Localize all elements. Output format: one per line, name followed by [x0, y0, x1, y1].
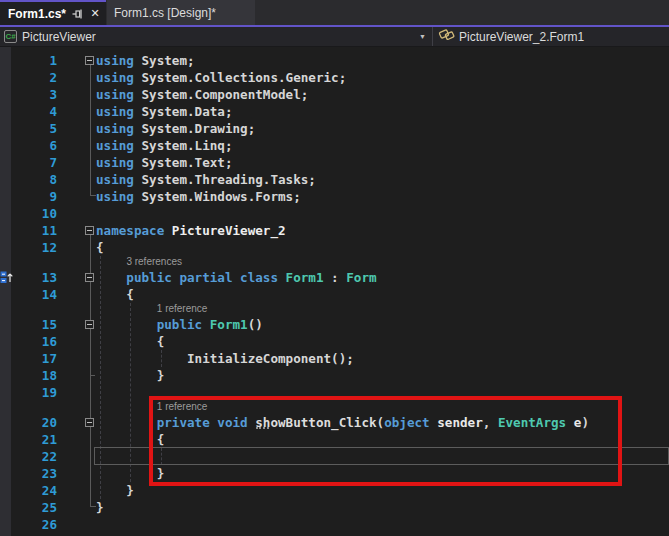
glyph-cell [0, 465, 11, 482]
close-icon[interactable]: ✕ [88, 7, 102, 21]
glyph-cell [0, 316, 11, 333]
code-text[interactable]: InitializeComponent(); [96, 350, 669, 367]
member-dropdown[interactable]: PictureViewer_2.Form1 [433, 27, 584, 46]
code-line[interactable]: 26 [0, 516, 669, 533]
fold-margin-cell [57, 448, 96, 465]
project-dropdown[interactable]: C# PictureViewer ▼ [0, 27, 432, 46]
code-text[interactable]: public partial class Form1 : Form [96, 269, 669, 286]
code-line[interactable]: 8using System.Threading.Tasks; [0, 171, 669, 188]
line-number: 20 [11, 414, 57, 431]
vs-editor-window: Form1.cs* ✕ Form1.cs [Design]* C# Pictur… [0, 0, 669, 536]
code-text[interactable]: using System.Data; [96, 103, 669, 120]
glyph-cell [0, 239, 11, 256]
code-line[interactable]: 5using System.Drawing; [0, 120, 669, 137]
fold-margin-cell [57, 239, 96, 256]
line-number: 21 [11, 431, 57, 448]
code-line[interactable]: 15 public Form1() [0, 316, 669, 333]
chevron-down-icon[interactable]: ▼ [419, 33, 426, 40]
fold-margin-cell [57, 465, 96, 482]
fold-margin-cell [57, 482, 96, 499]
line-number: 17 [11, 350, 57, 367]
fold-margin-cell [57, 350, 96, 367]
code-line[interactable]: 13 public partial class Form1 : Form [0, 269, 669, 286]
line-number: 19 [11, 384, 57, 401]
fold-margin-cell [57, 171, 96, 188]
glyph-cell [0, 171, 11, 188]
code-line[interactable]: 9using System.Windows.Forms; [0, 188, 669, 205]
code-line[interactable]: 4using System.Data; [0, 103, 669, 120]
glyph-cell [0, 333, 11, 350]
navigation-bar: C# PictureViewer ▼ PictureViewer_2.Form1 [0, 27, 669, 47]
code-text[interactable]: using System.Threading.Tasks; [96, 171, 669, 188]
glyph-cell [0, 286, 11, 303]
code-line[interactable]: 16 { [0, 333, 669, 350]
fold-margin-cell [57, 333, 96, 350]
code-text[interactable]: namespace PictureViewer_2 [96, 222, 669, 239]
glyph-cell [0, 52, 11, 69]
fold-margin-cell [57, 120, 96, 137]
code-text[interactable]: } [96, 499, 669, 516]
code-text[interactable]: using System.Collections.Generic; [96, 69, 669, 86]
glyph-cell [0, 103, 11, 120]
fold-margin-cell [57, 52, 96, 69]
line-number: 14 [11, 286, 57, 303]
code-text[interactable]: { [96, 333, 669, 350]
code-text[interactable]: using System; [96, 52, 669, 69]
member-name: PictureViewer_2.Form1 [459, 30, 584, 44]
code-line[interactable]: 25} [0, 499, 669, 516]
line-number: 18 [11, 367, 57, 384]
code-line[interactable]: 12{ [0, 239, 669, 256]
glyph-cell [0, 431, 11, 448]
tab-label: Form1.cs [Design]* [114, 6, 216, 20]
fold-margin-cell [57, 188, 96, 205]
code-text[interactable]: { [96, 239, 669, 256]
code-line[interactable]: 18 } [0, 367, 669, 384]
code-text[interactable]: using System.Drawing; [96, 120, 669, 137]
code-line[interactable]: 2using System.Collections.Generic; [0, 69, 669, 86]
code-text[interactable]: using System.Windows.Forms; [96, 188, 669, 205]
fold-toggle[interactable] [85, 273, 94, 282]
code-line[interactable]: 10 [0, 205, 669, 222]
code-line[interactable]: 17 InitializeComponent(); [0, 350, 669, 367]
fold-margin-cell [57, 222, 96, 239]
glyph-cell [0, 414, 11, 431]
fold-margin-cell [57, 154, 96, 171]
code-line[interactable]: 14 { [0, 286, 669, 303]
line-number: 22 [11, 448, 57, 465]
tab-form1-cs[interactable]: Form1.cs* ✕ [0, 0, 106, 25]
fold-toggle[interactable] [85, 418, 94, 427]
fold-margin-cell [57, 103, 96, 120]
fold-toggle[interactable] [85, 320, 94, 329]
codelens-references[interactable]: 1 reference [0, 303, 669, 316]
fold-margin-cell [57, 137, 96, 154]
codelens-references[interactable]: 3 references [0, 256, 669, 269]
code-line[interactable]: 11namespace PictureViewer_2 [0, 222, 669, 239]
fold-toggle[interactable] [85, 226, 94, 235]
code-line[interactable]: 1using System; [0, 52, 669, 69]
fold-margin-cell [57, 205, 96, 222]
glyph-cell [0, 499, 11, 516]
code-text[interactable]: using System.Linq; [96, 137, 669, 154]
code-line[interactable]: 3using System.ComponentModel; [0, 86, 669, 103]
line-number: 25 [11, 499, 57, 516]
code-text[interactable]: } [96, 367, 669, 384]
line-number: 3 [11, 86, 57, 103]
code-text[interactable]: using System.ComponentModel; [96, 86, 669, 103]
code-line[interactable]: 7using System.Text; [0, 154, 669, 171]
line-number: 26 [11, 516, 57, 533]
tab-form1-cs-design[interactable]: Form1.cs [Design]* [107, 0, 255, 25]
code-text[interactable]: using System.Text; [96, 154, 669, 171]
fold-toggle[interactable] [85, 56, 94, 65]
code-text[interactable]: { [96, 286, 669, 303]
fold-margin-cell [57, 286, 96, 303]
code-line[interactable]: 6using System.Linq; [0, 137, 669, 154]
class-icon [438, 27, 455, 46]
code-text[interactable] [96, 205, 669, 222]
code-editor[interactable]: 1using System;2using System.Collections.… [0, 47, 669, 536]
code-text[interactable]: public Form1() [96, 316, 669, 333]
code-text[interactable] [96, 516, 669, 533]
line-number: 4 [11, 103, 57, 120]
pin-icon[interactable] [70, 7, 84, 21]
line-number: 13 [11, 269, 57, 286]
line-number: 9 [11, 188, 57, 205]
